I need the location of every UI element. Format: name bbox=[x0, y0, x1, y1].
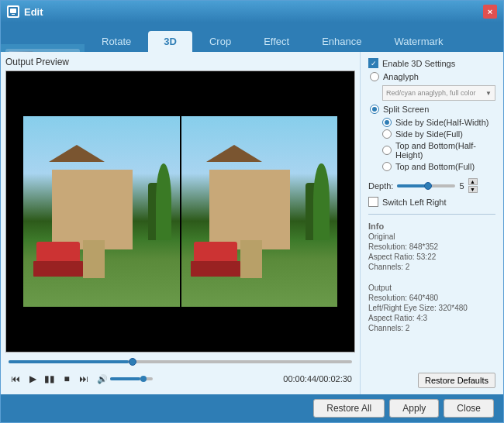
anaglyph-dropdown[interactable]: Red/cyan anaglyph, full color ▼ bbox=[382, 85, 495, 101]
stop-button[interactable]: ■ bbox=[60, 372, 74, 386]
anaglyph-dropdown-value: Red/cyan anaglyph, full color bbox=[386, 89, 476, 97]
dropdown-arrow-icon: ▼ bbox=[485, 90, 492, 97]
option-side-half-radio[interactable] bbox=[382, 118, 392, 127]
option-side-full-radio[interactable] bbox=[382, 129, 392, 139]
checkbox-check-icon: ✓ bbox=[371, 60, 377, 67]
depth-value: 5 bbox=[459, 181, 464, 191]
volume-track[interactable] bbox=[110, 377, 153, 380]
info-out-resolution: Resolution: 640*480 bbox=[368, 294, 495, 302]
anaglyph-radio[interactable] bbox=[370, 72, 379, 81]
progress-thumb[interactable] bbox=[129, 358, 136, 366]
split-options: Side by Side(Half-Width) Side by Side(Fu… bbox=[381, 118, 495, 171]
app-icon bbox=[7, 5, 19, 18]
spin-up-button[interactable]: ▲ bbox=[468, 178, 478, 185]
switch-lr-checkbox[interactable] bbox=[368, 197, 378, 207]
anaglyph-row: Anaglyph bbox=[370, 72, 495, 81]
preview-area bbox=[5, 70, 355, 352]
anaglyph-dropdown-row: Red/cyan anaglyph, full color ▼ bbox=[382, 85, 495, 101]
option-top-full-row: Top and Bottom(Full) bbox=[382, 162, 495, 171]
depth-label: Depth: bbox=[368, 181, 393, 191]
title-bar: Edit × bbox=[1, 1, 503, 22]
restore-all-button[interactable]: Restore All bbox=[313, 399, 385, 418]
progress-track[interactable] bbox=[9, 360, 352, 363]
spacer bbox=[368, 275, 495, 280]
controls-bar: ⏮ ▶ ▮▮ ■ ⏭ 🔊 00:00:44/00:02:30 bbox=[5, 368, 355, 390]
video-frame bbox=[6, 71, 354, 352]
skip-back-button[interactable]: ⏮ bbox=[9, 372, 22, 386]
time-display: 00:00:44/00:02:30 bbox=[283, 374, 352, 383]
enable-3d-row: ✓ Enable 3D Settings bbox=[368, 58, 495, 68]
tab-watermark[interactable]: Watermark bbox=[378, 31, 458, 52]
info-orig-resolution: Resolution: 848*352 bbox=[368, 242, 495, 251]
option-top-half-row: Top and Bottom(Half-Height) bbox=[382, 141, 495, 160]
info-section: Info Original Resolution: 848*352 Aspect… bbox=[368, 222, 495, 271]
split-screen-label: Split Screen bbox=[383, 105, 429, 114]
option-side-full-label: Side by Side(Full) bbox=[395, 129, 463, 139]
close-button[interactable]: Close bbox=[444, 399, 494, 418]
info-orig-aspect: Aspect Ratio: 53:22 bbox=[368, 253, 495, 261]
info-header: Info bbox=[368, 222, 495, 231]
info-orig-channels: Channels: 2 bbox=[368, 263, 495, 271]
skip-forward-button[interactable]: ⏭ bbox=[77, 372, 91, 386]
volume-icon: 🔊 bbox=[97, 374, 108, 384]
split-screen-radio[interactable] bbox=[370, 105, 379, 114]
spacer-2 bbox=[368, 336, 495, 369]
volume-fill bbox=[110, 377, 140, 380]
tab-3d[interactable]: 3D bbox=[148, 31, 192, 52]
restore-defaults-button[interactable]: Restore Defaults bbox=[418, 373, 495, 388]
window-title: Edit bbox=[24, 6, 483, 18]
info-original-label: Original bbox=[368, 232, 495, 241]
progress-bar-area[interactable] bbox=[5, 356, 355, 368]
split-screen-row: Split Screen bbox=[370, 105, 495, 114]
volume-thumb[interactable] bbox=[140, 376, 147, 382]
enable-3d-label: Enable 3D Settings bbox=[382, 59, 455, 68]
svg-rect-1 bbox=[10, 9, 16, 13]
tab-effect[interactable]: Effect bbox=[248, 31, 305, 52]
info-out-aspect: Aspect Ratio: 4:3 bbox=[368, 314, 495, 322]
bottom-bar: Restore All Apply Close bbox=[1, 394, 503, 422]
tab-crop[interactable]: Crop bbox=[194, 31, 247, 52]
volume-area: 🔊 bbox=[97, 374, 153, 384]
spin-down-button[interactable]: ▼ bbox=[468, 186, 478, 193]
option-top-full-radio[interactable] bbox=[382, 162, 392, 171]
svg-rect-2 bbox=[12, 14, 15, 15]
option-side-half-row: Side by Side(Half-Width) bbox=[382, 118, 495, 127]
tab-enhance[interactable]: Enhance bbox=[306, 31, 377, 52]
depth-row: Depth: 5 ▲ ▼ bbox=[368, 178, 495, 193]
depth-spinner[interactable]: ▲ ▼ bbox=[468, 178, 478, 193]
option-side-half-label: Side by Side(Half-Width) bbox=[395, 118, 488, 127]
info-out-eye-size: Left/Right Eye Size: 320*480 bbox=[368, 304, 495, 312]
anaglyph-label: Anaglyph bbox=[383, 72, 419, 81]
apply-button[interactable]: Apply bbox=[389, 399, 439, 418]
option-top-full-label: Top and Bottom(Full) bbox=[395, 162, 475, 171]
divider-1 bbox=[368, 214, 495, 215]
left-panel: Output Preview bbox=[1, 52, 360, 394]
progress-fill bbox=[9, 360, 129, 363]
tab-rotate[interactable]: Rotate bbox=[86, 31, 147, 52]
depth-track[interactable] bbox=[397, 184, 455, 187]
close-window-button[interactable]: × bbox=[483, 5, 497, 19]
right-panel: ✓ Enable 3D Settings Anaglyph Red/cyan a… bbox=[360, 52, 503, 394]
preview-label: Output Preview bbox=[5, 57, 355, 67]
play-button[interactable]: ▶ bbox=[26, 372, 40, 386]
main-content: Output Preview bbox=[1, 52, 503, 394]
pause-button[interactable]: ▮▮ bbox=[43, 372, 57, 386]
depth-thumb[interactable] bbox=[424, 182, 432, 190]
depth-fill bbox=[397, 184, 426, 187]
info-output-label: Output bbox=[368, 284, 495, 292]
enable-3d-checkbox[interactable]: ✓ bbox=[368, 58, 378, 68]
info-out-channels: Channels: 2 bbox=[368, 324, 495, 332]
edit-window: Edit × Meek Mill Ft. ... arthurandthei..… bbox=[0, 0, 504, 423]
output-info-section: Output Resolution: 640*480 Left/Right Ey… bbox=[368, 284, 495, 332]
switch-lr-row: Switch Left Right bbox=[368, 197, 495, 207]
option-top-half-label: Top and Bottom(Half-Height) bbox=[395, 141, 495, 160]
switch-lr-label: Switch Left Right bbox=[382, 198, 447, 207]
option-top-half-radio[interactable] bbox=[382, 146, 392, 155]
option-side-full-row: Side by Side(Full) bbox=[382, 129, 495, 139]
